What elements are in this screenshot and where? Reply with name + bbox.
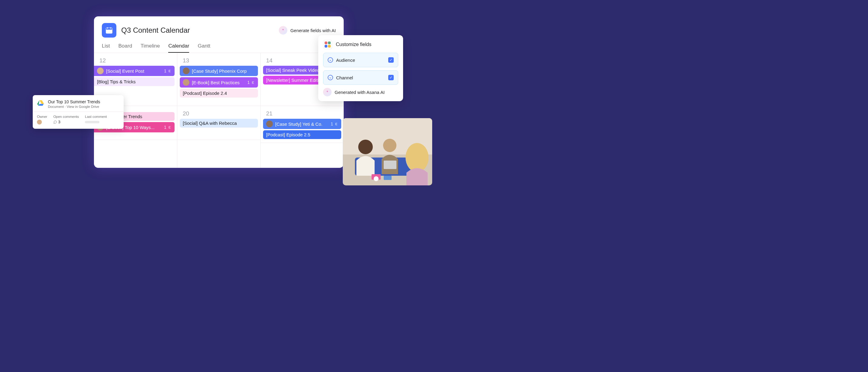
subtask-icon <box>251 80 255 84</box>
avatar <box>37 120 42 125</box>
task-card[interactable]: [Social] Q&A with Rebecca <box>180 119 258 128</box>
dropdown-icon <box>328 75 333 80</box>
generated-with-ai: Generated with Asana AI <box>323 88 398 96</box>
task-card[interactable]: [Social] Event Post 1 <box>94 66 175 76</box>
svg-point-8 <box>383 139 396 152</box>
task-card[interactable]: [Podcast] Episode 2.5 <box>263 130 341 139</box>
team-photo <box>343 118 432 185</box>
last-comment-heading: Last comment <box>85 115 107 119</box>
google-drive-icon <box>37 99 44 107</box>
drive-attachment-card[interactable]: Our Top 10 Summer Trends Document · View… <box>33 95 124 129</box>
task-label: [Podcast] Episode 2.5 <box>266 132 310 137</box>
generate-fields-ai-button[interactable]: Generate fields with AI <box>279 26 336 35</box>
day-number: 12 <box>96 56 175 66</box>
header: Q3 Content Calendar Generate fields with… <box>94 16 344 38</box>
svg-rect-1 <box>106 28 112 29</box>
svg-rect-12 <box>384 176 392 180</box>
task-card[interactable]: [Podcast] Episode 2.4 <box>180 89 258 98</box>
sparkle-icon <box>323 88 332 96</box>
comments-heading: Open comments <box>53 115 79 119</box>
field-audience[interactable]: Audience ✓ <box>323 53 398 67</box>
tab-list[interactable]: List <box>102 43 110 53</box>
task-card[interactable]: [Case Study] Yeti & Co. 1 <box>263 119 341 129</box>
tab-timeline[interactable]: Timeline <box>141 43 160 53</box>
task-label: [Social] Sneak Peek Video <box>266 68 320 73</box>
placeholder-bar <box>85 121 99 123</box>
drive-doc-title: Our Top 10 Summer Trends <box>48 99 100 104</box>
tab-gantt[interactable]: Gantt <box>197 43 210 53</box>
fields-icon <box>323 40 332 49</box>
task-label: [Newsletter] Summer Edition <box>266 77 324 83</box>
task-card[interactable]: [Blog] Tips & Tricks <box>94 77 175 86</box>
field-channel[interactable]: Channel ✓ <box>323 70 398 85</box>
ai-link-label: Generate fields with AI <box>290 28 336 33</box>
page-title: Q3 Content Calendar <box>121 26 190 35</box>
avatar <box>183 68 189 74</box>
task-label: [Podcast] Episode 2.4 <box>183 91 227 96</box>
customize-fields-title: Customize fields <box>336 42 371 47</box>
day-number: 13 <box>180 56 258 66</box>
task-card[interactable]: [Case Study] Phoenix Corp <box>180 66 258 76</box>
task-label: [Social] Q&A with Rebecca <box>183 121 237 126</box>
drive-doc-subtitle: Document · View in Google Drive <box>48 105 100 108</box>
svg-point-13 <box>374 176 378 181</box>
dropdown-icon <box>328 57 333 63</box>
owner-heading: Owner <box>37 115 47 119</box>
calendar-grid: 12 [Social] Event Post 1 [Blog] Tips & T… <box>94 53 344 168</box>
checkbox-checked-icon[interactable]: ✓ <box>388 75 394 80</box>
sparkle-icon <box>279 26 287 35</box>
task-card[interactable]: [E-Book] Best Practices 1 <box>180 77 258 88</box>
subtask-icon <box>167 126 172 129</box>
field-label: Channel <box>336 75 385 80</box>
svg-rect-9 <box>384 161 396 169</box>
subtask-icon <box>167 69 172 73</box>
task-label: [Case Study] Phoenix Corp <box>192 68 247 74</box>
avatar <box>97 68 104 74</box>
calendar-icon <box>102 23 116 38</box>
view-tabs: List Board Timeline Calendar Gantt <box>94 38 344 53</box>
task-label: [E-Book] Best Practices <box>192 80 240 85</box>
calendar-col: 13 [Case Study] Phoenix Corp [E-Book] Be… <box>177 53 261 168</box>
customize-fields-panel: Customize fields Audience ✓ Channel ✓ Ge… <box>318 35 403 101</box>
task-label: [Social] Event Post <box>106 68 144 74</box>
avatar <box>183 79 189 86</box>
tab-board[interactable]: Board <box>118 43 132 53</box>
comments-count: 3 <box>53 120 79 124</box>
tab-calendar[interactable]: Calendar <box>168 43 189 53</box>
avatar <box>266 121 273 127</box>
checkbox-checked-icon[interactable]: ✓ <box>388 57 394 63</box>
generated-label: Generated with Asana AI <box>335 90 384 95</box>
field-label: Audience <box>336 58 385 63</box>
day-number: 21 <box>263 108 341 119</box>
calendar-window: Q3 Content Calendar Generate fields with… <box>94 16 344 168</box>
subtask-icon <box>334 122 338 126</box>
comment-icon <box>53 120 57 124</box>
svg-point-10 <box>405 143 429 172</box>
svg-point-7 <box>358 140 373 154</box>
task-label: [Blog] Tips & Tricks <box>97 79 136 84</box>
day-number: 20 <box>180 108 258 119</box>
task-label: [Case Study] Yeti & Co. <box>275 122 322 127</box>
